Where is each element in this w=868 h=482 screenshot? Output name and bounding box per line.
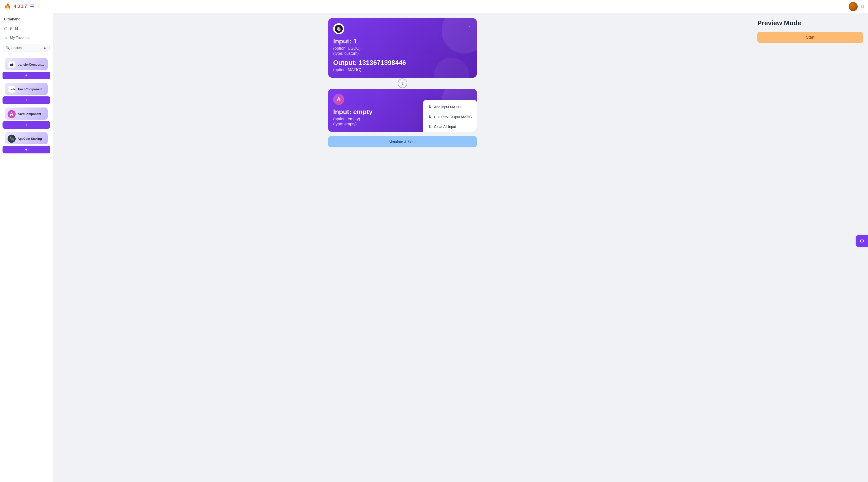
block1-header: 🦄 ⋯ [333, 23, 472, 34]
dropdown-item-simulate[interactable]: ⬇ Simulate [425, 132, 475, 132]
block1-option-matic: (option: MATIC) [333, 68, 472, 72]
block1-logo-svg: 🦄 [335, 25, 343, 33]
top-nav: 🔥 4 3 3 7 ☰ ⧉ [0, 0, 868, 13]
canvas-area: 🦄 ⋯ Input: 1 (option: USDC) (type: custo… [53, 13, 868, 482]
aave-component-icon: A [7, 110, 16, 118]
menu-icon[interactable]: ☰ [30, 3, 34, 9]
dropdown-item-use-prev[interactable]: ⬇ Use Prev Output MATIC [425, 112, 475, 122]
list-item: 🦍 ApeCoin Staking + [2, 131, 50, 153]
component-card-ape: 🦍 ApeCoin Staking [5, 132, 48, 144]
settings-fab[interactable]: ⚙ [856, 235, 868, 247]
card-header: ⇄ transferComponent [5, 58, 48, 70]
download-icon-3: ⬇ [428, 124, 432, 129]
download-icon-1: ⬇ [428, 105, 432, 109]
add-transfer-button[interactable]: + [2, 72, 50, 79]
score-n4: 7 [25, 4, 27, 9]
score-n3: 3 [21, 4, 24, 9]
block1-type: (type: custom) [333, 51, 472, 56]
avatar[interactable] [848, 2, 858, 11]
dropdown-menu: ⬇ Add Input MATIC ⬇ Use Prev Output MATI… [423, 100, 477, 132]
download-icon-2: ⬇ [428, 114, 432, 119]
svg-text:🦄: 🦄 [336, 26, 341, 31]
sidebar-item-favorites[interactable]: ☆ My Favorites [0, 33, 53, 42]
preview-panel: Preview Mode Start [752, 13, 868, 482]
down-arrow-icon: ↓ [402, 81, 404, 86]
block1-output-label: Output: 1313671398446 [333, 59, 472, 67]
list-item: ⇄ transferComponent + [2, 57, 50, 79]
transfer-component-icon: ⇄ [7, 61, 16, 69]
main-layout: Ultrahand ⬡ Build ☆ My Favorites 🔍 ⚙ [0, 13, 868, 482]
component-card-transfer: ⇄ transferComponent [5, 58, 48, 70]
list-item: 1inch 1inchComponent + [2, 81, 50, 104]
list-item: A aaveComponent + [2, 106, 50, 129]
sidebar-item-build-label: Build [10, 27, 18, 31]
build-icon: ⬡ [4, 26, 7, 31]
component-name-ape: ApeCoin Staking [18, 137, 42, 141]
block-card-1: 🦄 ⋯ Input: 1 (option: USDC) (type: custo… [328, 18, 477, 78]
block1-input-label: Input: 1 [333, 37, 472, 45]
component-name-transfer: transferComponent [18, 63, 45, 66]
star-icon: ☆ [4, 35, 7, 40]
dropdown-item-add-input[interactable]: ⬇ Add Input MATIC [425, 102, 475, 112]
add-aave-button[interactable]: + [2, 121, 50, 129]
component-card-1inch: 1inch 1inchComponent [5, 83, 48, 95]
search-input[interactable] [11, 46, 42, 50]
search-icon: 🔍 [6, 46, 10, 50]
sidebar-item-build[interactable]: ⬡ Build [0, 24, 53, 33]
component-name-1inch: 1inchComponent [18, 88, 42, 91]
block2-logo: A [333, 94, 344, 105]
window-icon[interactable]: ⧉ [861, 4, 864, 9]
filter-icon[interactable]: ⚙ [43, 46, 47, 50]
dropdown-item-clear-all[interactable]: ⬇ Clear All Input [425, 122, 475, 132]
search-container: 🔍 ⚙ [0, 42, 53, 54]
card-header: A aaveComponent [5, 108, 48, 120]
score-n1: 4 [14, 4, 17, 9]
block1-logo: 🦄 [333, 23, 344, 34]
start-button[interactable]: Start [757, 32, 863, 42]
score-n2: 3 [18, 4, 20, 9]
dropdown-label-use-prev: Use Prev Output MATIC [434, 115, 472, 119]
block-card-2: A ⋯ Input: empty (option: empty) (type: … [328, 89, 477, 132]
component-card-aave: A aaveComponent [5, 108, 48, 120]
connector-circle: ↓ [398, 79, 407, 88]
add-ape-button[interactable]: + [2, 146, 50, 153]
dropdown-label-add-input: Add Input MATIC [434, 105, 461, 109]
add-1inch-button[interactable]: + [2, 96, 50, 104]
workflow-canvas: 🦄 ⋯ Input: 1 (option: USDC) (type: custo… [53, 13, 752, 482]
brand-icon: 🔥 [4, 3, 11, 10]
component-list: ⇄ transferComponent + 1inch 1inchCompone… [0, 54, 53, 157]
simulate-send-button[interactable]: Simulate & Send [328, 136, 477, 147]
search-wrap: 🔍 ⚙ [3, 44, 50, 52]
ape-component-icon: 🦍 [7, 135, 16, 143]
block1-option-usdc: (option: USDC) [333, 46, 472, 51]
settings-icon: ⚙ [860, 238, 864, 244]
block1-menu-button[interactable]: ⋯ [467, 23, 472, 29]
score-display: 4 3 3 7 [14, 4, 27, 9]
1inch-component-icon: 1inch [7, 85, 16, 93]
connector: ↓ [398, 78, 407, 89]
sidebar: Ultrahand ⬡ Build ☆ My Favorites 🔍 ⚙ [0, 13, 53, 482]
component-name-aave: aaveComponent [18, 112, 41, 116]
card-header: 1inch 1inchComponent [5, 83, 48, 95]
block2-menu-button[interactable]: ⋯ [467, 94, 472, 100]
sidebar-title: Ultrahand [0, 17, 53, 24]
dropdown-label-clear-all: Clear All Input [434, 125, 456, 129]
sidebar-item-favorites-label: My Favorites [10, 35, 30, 39]
card-header: 🦍 ApeCoin Staking [5, 132, 48, 144]
nav-left: 🔥 4 3 3 7 ☰ [4, 3, 34, 10]
nav-right: ⧉ [848, 2, 864, 11]
aave-letter: A [10, 111, 13, 117]
preview-title: Preview Mode [757, 19, 863, 27]
